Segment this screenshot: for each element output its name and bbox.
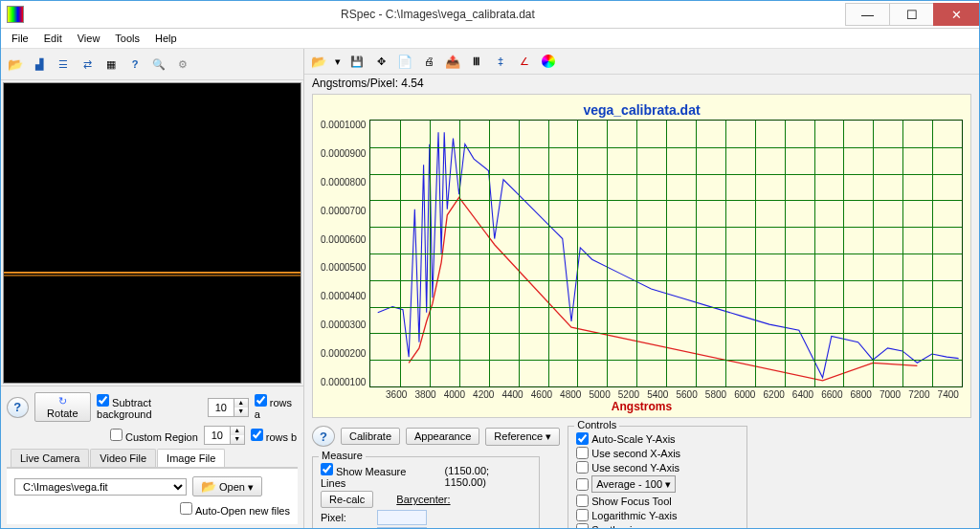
average-dropdown[interactable]: Average - 100 ▾ [591,475,676,493]
copy-icon[interactable]: 📄 [394,51,415,72]
app-icon [7,6,24,23]
use-second-y-checkbox[interactable]: Use second Y-Axis [576,461,739,474]
chart-panel: vega_calibrata.dat 0.00010000.00009000.0… [312,94,971,418]
angle-icon[interactable]: ∠ [514,51,535,72]
maximize-button[interactable]: ☐ [889,3,934,26]
target-icon[interactable]: ✥ [370,51,391,72]
synthesize-checkbox[interactable]: Synthesize [576,523,739,529]
plot-area[interactable] [369,120,963,387]
x-axis-label: Angstroms [321,400,963,413]
reference-button[interactable]: Reference ▾ [485,428,560,446]
menu-help[interactable]: Help [148,31,184,46]
chart-title: vega_calibrata.dat [321,102,963,118]
custom-region-checkbox[interactable]: Custom Region [110,429,198,443]
close-button[interactable]: ✕ [933,3,979,26]
open-file-button[interactable]: 📂 Open ▾ [192,476,262,496]
help-button[interactable]: ? [7,397,29,418]
tab-image-file[interactable]: Image File [157,449,225,467]
show-measure-lines-checkbox[interactable]: Show Measure Lines [321,463,431,489]
vline-icon[interactable]: ‡ [490,51,511,72]
search-icon[interactable]: 🔍 [148,54,169,75]
left-pane: 📂 ▟ ☰ ⇄ ▦ ? 🔍 ⚙ ? ↻ Rotate Subtract back… [1,49,304,528]
subtract-bg-checkbox[interactable]: Subtract background [97,394,202,420]
chart-toolbar: 📂 ▾ 💾 ✥ 📄 🖨 📤 Ⅲ ‡ ∠ [304,49,979,75]
titlebar: RSpec - C:\Images\vega_calibrata.dat — ☐… [1,1,979,29]
settings-icon[interactable]: ⚙ [172,54,193,75]
controls-group: Controls Auto-Scale Y-Axis Use second X-… [568,426,747,529]
log-y-checkbox[interactable]: Logarithmic Y-axis [576,509,739,521]
open-icon[interactable]: 📂 [308,51,329,72]
menu-tools[interactable]: Tools [108,31,146,46]
bottom-controls: ? Calibrate Appearance Reference ▾ Measu… [304,422,979,529]
stack-icon[interactable]: ☰ [53,54,74,75]
menu-view[interactable]: View [71,31,107,46]
average-checkbox[interactable]: Average - 100 ▾ [576,475,739,493]
chart-icon[interactable]: ▟ [29,54,50,75]
measure-legend: Measure [319,450,366,461]
auto-open-checkbox[interactable]: Auto-Open new files [180,505,290,517]
rotate-button[interactable]: ↻ Rotate [34,392,92,422]
rows-b-checkbox[interactable]: rows b [251,429,297,443]
tab-image-content: C:\Images\vega.fit 📂 Open ▾ Auto-Open ne… [7,468,298,524]
help-button-right[interactable]: ? [312,426,335,447]
export-icon[interactable]: 📤 [442,51,463,72]
rows-a-spinner[interactable]: ▲▼ [208,398,249,417]
show-focus-tool-checkbox[interactable]: Show Focus Tool [576,495,739,507]
controls-legend: Controls [574,419,619,430]
calibrate-button[interactable]: Calibrate [341,428,400,445]
dropdown-icon[interactable]: ▾ [332,51,344,72]
image-controls: ? ↻ Rotate Subtract background ▲▼ rows a… [1,386,303,528]
pixel-label: Pixel: [321,512,373,523]
recalc-button[interactable]: Re-calc [321,491,373,508]
right-pane: 📂 ▾ 💾 ✥ 📄 🖨 📤 Ⅲ ‡ ∠ Angstroms/Pixel: 4.5… [304,49,979,528]
autoscale-y-checkbox[interactable]: Auto-Scale Y-Axis [576,432,739,445]
rows-a-checkbox[interactable]: rows a [255,394,298,420]
help-icon[interactable]: ? [124,54,145,75]
measure-group: Measure Show Measure Lines (1150.00; 115… [312,456,540,529]
file-path-select[interactable]: C:\Images\vega.fit [14,478,187,496]
barycenter-label: Barycenter: [396,494,450,505]
bars-icon[interactable]: Ⅲ [466,51,487,72]
minimize-button[interactable]: — [845,3,890,26]
open-icon[interactable]: 📂 [5,54,26,75]
left-tabs: Live Camera Video File Image File [7,449,298,468]
image-view[interactable] [3,82,301,384]
window-title: RSpec - C:\Images\vega_calibrata.dat [30,8,846,21]
y-axis: 0.00010000.00009000.00008000.00007000.00… [321,120,369,387]
appearance-button[interactable]: Appearance [406,428,479,445]
angstroms-per-pixel: Angstroms/Pixel: 4.54 [304,75,979,92]
measure-lines-values: (1150.00; 1150.00) [445,465,531,488]
save-icon[interactable]: 💾 [346,51,368,72]
print-icon[interactable]: 🖨 [418,51,439,72]
use-second-x-checkbox[interactable]: Use second X-Axis [576,447,739,459]
menubar: File Edit View Tools Help [1,29,979,49]
menu-edit[interactable]: Edit [37,31,69,46]
circle-icon[interactable] [538,51,559,72]
tab-video-file[interactable]: Video File [90,449,156,467]
menu-file[interactable]: File [5,31,35,46]
x-axis: 3600380040004200440046004800500052005400… [382,389,963,400]
grid-icon[interactable]: ▦ [100,54,122,75]
left-toolbar: 📂 ▟ ☰ ⇄ ▦ ? 🔍 ⚙ [1,49,303,80]
exchange-icon[interactable]: ⇄ [77,54,98,75]
rows-b-spinner[interactable]: ▲▼ [204,426,245,445]
tab-live-camera[interactable]: Live Camera [11,449,89,467]
pixel-input[interactable] [377,510,427,525]
